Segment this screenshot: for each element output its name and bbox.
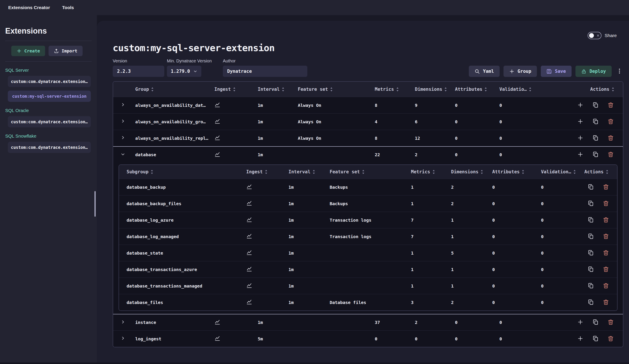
- add-group-button[interactable]: Group: [503, 66, 537, 77]
- column-header-attributes[interactable]: Attributes: [490, 169, 538, 174]
- subgroup-row[interactable]: database_backup1mBackups1200: [119, 179, 617, 195]
- column-header-validation[interactable]: Validation…: [538, 169, 582, 174]
- copy-button[interactable]: [592, 135, 599, 142]
- subgroup-row[interactable]: database_files1mDatabase files3200: [119, 294, 617, 310]
- column-header-interval[interactable]: Interval: [286, 169, 327, 174]
- topbar-brand[interactable]: Extensions Creator: [8, 5, 50, 10]
- trash-icon: [603, 282, 609, 289]
- delete-button[interactable]: [603, 200, 610, 207]
- column-header-dimensions[interactable]: Dimensions: [412, 87, 452, 92]
- copy-button[interactable]: [587, 299, 594, 306]
- copy-button[interactable]: [587, 184, 594, 191]
- table-row[interactable]: instance1m37200: [113, 314, 623, 330]
- table-row[interactable]: always_on_availability_repl…1mAlways On8…: [113, 130, 623, 146]
- expand-toggle[interactable]: [113, 320, 133, 325]
- subgroup-row[interactable]: database_transactions_managed1m1100: [119, 277, 617, 294]
- column-header-ingest[interactable]: Ingest: [244, 169, 286, 174]
- copy-button[interactable]: [592, 335, 599, 342]
- expand-toggle[interactable]: [113, 336, 133, 342]
- add-subgroup-button[interactable]: [577, 335, 584, 342]
- delete-button[interactable]: [603, 233, 610, 240]
- copy-button[interactable]: [592, 319, 599, 326]
- save-button[interactable]: Save: [541, 66, 572, 77]
- delete-button[interactable]: [607, 319, 614, 326]
- delete-button[interactable]: [603, 184, 610, 191]
- share-toggle[interactable]: [588, 32, 602, 39]
- sidebar-item[interactable]: custom:my-sql-server-extension: [8, 91, 91, 102]
- add-subgroup-button[interactable]: [577, 135, 584, 142]
- add-subgroup-button[interactable]: [577, 151, 584, 158]
- column-header-feature-set[interactable]: Feature set: [295, 87, 372, 92]
- subgroup-row[interactable]: database_backup_files1mBackups1200: [119, 195, 617, 212]
- subgroup-row[interactable]: database_state1m1500: [119, 244, 617, 261]
- sidebar-resize-handle[interactable]: [95, 191, 96, 217]
- copy-button[interactable]: [587, 282, 594, 289]
- import-button[interactable]: Import: [49, 46, 82, 56]
- version-input[interactable]: [113, 66, 164, 77]
- column-header-ingest[interactable]: Ingest: [212, 87, 255, 92]
- deploy-button[interactable]: Deploy: [576, 66, 612, 77]
- subgroup-row[interactable]: database_transactions_azure1m1100: [119, 261, 617, 277]
- column-header-feature-set[interactable]: Feature set: [327, 169, 408, 174]
- delete-button[interactable]: [603, 266, 610, 273]
- min-dynatrace-version-select[interactable]: 1.279.0: [167, 66, 201, 77]
- copy-button[interactable]: [587, 249, 594, 256]
- sidebar-item[interactable]: custom:com.dynatrace.extension…: [8, 76, 91, 87]
- column-header-subgroup[interactable]: Subgroup: [119, 169, 244, 174]
- column-header-interval[interactable]: Interval: [255, 87, 295, 92]
- delete-button[interactable]: [603, 249, 610, 256]
- table-row[interactable]: always_on_availability_dat…1mAlways On89…: [113, 97, 623, 113]
- topbar-item-tools[interactable]: Tools: [62, 5, 74, 10]
- column-header-metrics[interactable]: Metrics: [408, 169, 449, 174]
- subgroup-row[interactable]: database_log_azure1mTransaction logs7100: [119, 212, 617, 228]
- app-layout: Extensions Create Import SQL Servercusto…: [0, 15, 629, 364]
- column-header-actions[interactable]: Actions: [541, 87, 623, 92]
- column-header-validatio[interactable]: Validatio…: [497, 87, 541, 92]
- delete-button[interactable]: [607, 102, 614, 109]
- copy-button[interactable]: [592, 102, 599, 109]
- add-subgroup-button[interactable]: [577, 319, 584, 326]
- subgroup-row[interactable]: database_log_managed1mTransaction logs71…: [119, 228, 617, 244]
- more-options-button[interactable]: [616, 66, 623, 77]
- copy-button[interactable]: [592, 118, 599, 125]
- copy-button[interactable]: [587, 233, 594, 240]
- copy-button[interactable]: [592, 151, 599, 158]
- add-subgroup-button[interactable]: [577, 102, 584, 109]
- column-header-metrics[interactable]: Metrics: [372, 87, 412, 92]
- delete-button[interactable]: [607, 135, 614, 142]
- copy-button[interactable]: [587, 266, 594, 273]
- expand-toggle[interactable]: [113, 103, 133, 108]
- metrics-cell: 1: [408, 267, 449, 272]
- sidebar-item[interactable]: custom:com.dynatrace.extension…: [8, 116, 91, 127]
- expand-toggle[interactable]: [113, 135, 133, 141]
- table-row[interactable]: always_on_availability_gro…1mAlways On46…: [113, 113, 623, 130]
- metrics-cell: 7: [408, 234, 449, 239]
- column-header-attributes[interactable]: Attributes: [452, 87, 497, 92]
- add-subgroup-button[interactable]: [577, 118, 584, 125]
- create-button[interactable]: Create: [11, 46, 45, 56]
- column-header-actions[interactable]: Actions: [582, 169, 617, 174]
- delete-button[interactable]: [607, 118, 614, 125]
- column-header-label: Interval: [289, 169, 311, 174]
- yaml-button[interactable]: Yaml: [469, 66, 500, 77]
- expand-toggle[interactable]: [113, 152, 133, 157]
- table-row[interactable]: log_ingest5m0000: [113, 330, 623, 347]
- column-header-label: Feature set: [298, 87, 328, 92]
- delete-button[interactable]: [603, 282, 610, 289]
- delete-button[interactable]: [607, 335, 614, 342]
- validations-cell: 0: [538, 300, 582, 305]
- delete-button[interactable]: [603, 299, 610, 306]
- author-input[interactable]: [223, 66, 307, 77]
- expand-toggle[interactable]: [113, 119, 133, 124]
- column-header-group[interactable]: Group: [133, 87, 212, 92]
- copy-button[interactable]: [587, 200, 594, 207]
- copy-button[interactable]: [587, 217, 594, 224]
- delete-button[interactable]: [607, 151, 614, 158]
- copy-icon: [592, 319, 599, 326]
- actions-cell: [541, 135, 623, 142]
- table-row[interactable]: database1m22200: [113, 146, 623, 163]
- sidebar-item[interactable]: custom:com.dynatrace.extension…: [8, 142, 91, 153]
- column-header-dimensions[interactable]: Dimensions: [449, 169, 490, 174]
- delete-button[interactable]: [603, 217, 610, 224]
- metrics-cell: 3: [408, 300, 449, 305]
